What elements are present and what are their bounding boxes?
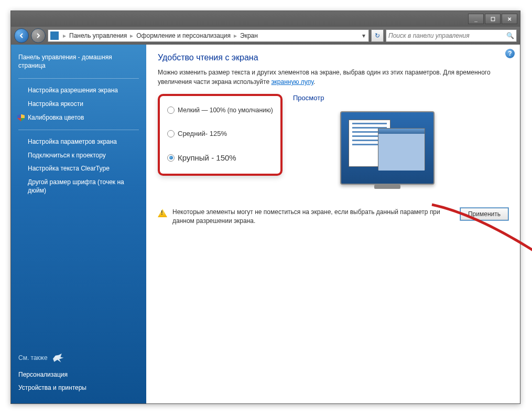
- refresh-button[interactable]: ↻: [371, 29, 384, 42]
- radio-label: Крупный - 150%: [178, 153, 236, 162]
- radio-icon: [167, 107, 175, 114]
- radio-medium[interactable]: Средний- 125%: [167, 130, 273, 137]
- chevron-right-icon: ▸: [233, 32, 238, 39]
- preview-window-icon: [378, 128, 425, 170]
- page-title: Удобство чтения с экрана: [158, 53, 508, 62]
- navigation-bar: ▸ Панель управления ▸ Оформление и персо…: [11, 27, 520, 45]
- control-panel-window: _ ☐ ✕ ▸ Панель управления ▸ Оформление и…: [10, 10, 520, 404]
- sidebar-bottom: См. также Персонализация Устройства и пр…: [18, 353, 139, 395]
- back-button[interactable]: [14, 28, 29, 43]
- task-calibrate-colors[interactable]: Калибровка цветов: [18, 111, 139, 125]
- warning-icon: [158, 209, 167, 217]
- preview-label: Просмотр: [293, 94, 508, 102]
- radio-icon: [167, 154, 175, 162]
- task-custom-dpi[interactable]: Другой размер шрифта (точек на дюйм): [18, 176, 139, 197]
- task-brightness[interactable]: Настройка яркости: [18, 98, 139, 111]
- warning-row: Некоторые элементы могут не поместиться …: [158, 208, 508, 226]
- link-personalization[interactable]: Персонализация: [18, 368, 139, 382]
- radio-label: Мелкий — 100% (по умолчанию): [178, 107, 273, 114]
- chevron-down-icon[interactable]: ▾: [359, 32, 368, 39]
- search-icon: 🔍: [506, 32, 514, 39]
- help-icon[interactable]: ?: [505, 49, 515, 58]
- minimize-button[interactable]: _: [468, 14, 484, 24]
- task-resolution[interactable]: Настройка разрешения экрана: [18, 84, 139, 98]
- radio-label: Средний- 125%: [178, 130, 227, 137]
- see-also-label: См. также: [18, 354, 48, 361]
- radio-small[interactable]: Мелкий — 100% (по умолчанию): [167, 107, 273, 114]
- task-display-settings[interactable]: Настройка параметров экрана: [18, 135, 139, 149]
- warning-text: Некоторые элементы могут не поместиться …: [172, 208, 455, 226]
- main-content: ? Удобство чтения с экрана Можно изменит…: [146, 45, 520, 403]
- chevron-right-icon: ▸: [62, 32, 67, 39]
- preview-column: Просмотр: [293, 94, 508, 185]
- dpi-options-box: Мелкий — 100% (по умолчанию) Средний- 12…: [158, 94, 283, 176]
- link-devices-printers[interactable]: Устройства и принтеры: [18, 381, 139, 395]
- address-bar[interactable]: ▸ Панель управления ▸ Оформление и персо…: [48, 29, 369, 42]
- breadcrumb[interactable]: Оформление и персонализация: [134, 32, 233, 39]
- control-panel-home-link[interactable]: Панель управления - домашняя страница: [18, 53, 139, 70]
- radio-large[interactable]: Крупный - 150%: [167, 153, 273, 162]
- forward-button[interactable]: [31, 28, 46, 43]
- page-description: Можно изменить размер текста и других эл…: [158, 68, 508, 87]
- close-button[interactable]: ✕: [502, 14, 517, 24]
- divider: [18, 130, 139, 130]
- bird-icon: [52, 353, 64, 363]
- sidebar: Панель управления - домашняя страница На…: [11, 45, 146, 403]
- task-cleartype[interactable]: Настройка текста ClearType: [18, 162, 139, 176]
- apply-button[interactable]: Применить: [460, 208, 508, 220]
- radio-icon: [167, 130, 175, 137]
- breadcrumb[interactable]: Панель управления: [67, 32, 129, 39]
- window-body: Панель управления - домашняя страница На…: [11, 45, 520, 403]
- preview-monitor-icon: [340, 111, 435, 185]
- task-projector[interactable]: Подключиться к проектору: [18, 149, 139, 163]
- search-input[interactable]: [388, 32, 506, 39]
- breadcrumb[interactable]: Экран: [238, 32, 260, 39]
- divider: [18, 78, 139, 79]
- control-panel-icon: [50, 31, 59, 40]
- search-box[interactable]: 🔍: [386, 29, 517, 42]
- magnifier-link[interactable]: экранную лупу: [271, 78, 313, 86]
- maximize-button[interactable]: ☐: [485, 14, 501, 24]
- titlebar: _ ☐ ✕: [11, 11, 520, 27]
- chevron-right-icon: ▸: [129, 32, 134, 39]
